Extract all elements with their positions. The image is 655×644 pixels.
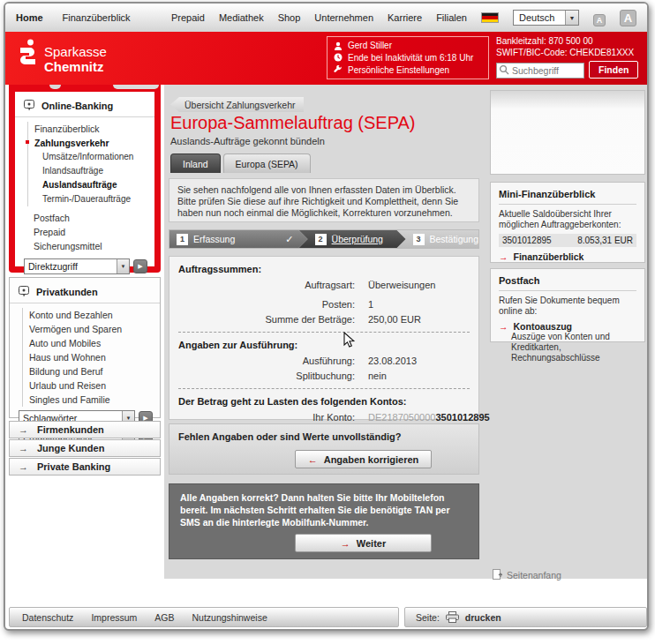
execution-heading: Angaben zur Ausführung:: [178, 340, 470, 350]
page-top-link[interactable]: Seitenanfang: [493, 569, 561, 580]
sidebar-item-prepaid[interactable]: Prepaid: [27, 225, 154, 239]
step-label: Bestätigung: [430, 234, 478, 244]
finanzueberblick-link[interactable]: → Finanzüberblick: [499, 251, 636, 262]
section-private-banking[interactable]: → Private Banking: [9, 458, 161, 476]
step-erfassung: 1 Erfassung ✓: [169, 230, 308, 248]
finanzueberblick-link-label: Finanzüberblick: [514, 251, 584, 262]
language-selected-value: Deutsch: [514, 12, 565, 23]
section-divider: [178, 332, 470, 333]
frame-notch: [113, 85, 159, 89]
sidebar-item-auslandsauftraege[interactable]: Auslandsaufträge: [28, 178, 154, 192]
active-item-bullet: [26, 140, 29, 144]
session-settings-link[interactable]: Persönliche Einstellungen: [348, 65, 449, 75]
font-size-large-button[interactable]: A: [620, 10, 636, 26]
footer-agb[interactable]: AGB: [154, 612, 174, 623]
topnav-prepaid[interactable]: Prepaid: [171, 12, 205, 23]
step-number: 2: [315, 234, 327, 245]
section-firmenkunden[interactable]: → Firmenkunden: [9, 421, 161, 438]
topnav-karriere[interactable]: Karriere: [388, 12, 422, 23]
kontoauszug-link[interactable]: → Kontoauszug: [499, 321, 636, 332]
sidebar-item-umsaetze[interactable]: Umsätze/Informationen: [28, 150, 154, 164]
topnav-shop[interactable]: Shop: [278, 12, 301, 23]
field-value: 23.08.2013: [368, 356, 417, 367]
font-size-small-button[interactable]: A: [593, 14, 606, 26]
browser-page: Home Finanzüberblick Prepaid Mediathek S…: [4, 2, 649, 631]
breadcrumb-back-button[interactable]: Übersicht Zahlungsverkehr: [170, 97, 304, 112]
sidebar-item-singles-und-familie[interactable]: Singles und Familie: [23, 393, 160, 407]
tab-inland[interactable]: Inland: [170, 154, 221, 173]
chevron-down-icon: ▼: [565, 11, 578, 25]
sidebar-item-postfach[interactable]: Postfach: [27, 211, 154, 225]
online-banking-title: Online-Banking: [41, 101, 113, 111]
sidebar-item-urlaub-und-reisen[interactable]: Urlaub und Reisen: [23, 378, 160, 393]
step-label: Erfassung: [193, 234, 235, 244]
sparkasse-logo-icon: [18, 39, 37, 65]
topnav-filialen[interactable]: Filialen: [436, 12, 467, 23]
search-input[interactable]: [496, 63, 584, 79]
tab-europa-sepa[interactable]: Europa (SEPA): [223, 154, 311, 173]
footer-nutzungshinweise[interactable]: Nutzungshinweise: [192, 612, 267, 623]
account-balance-row: 3501012895 8.053,31 EUR: [499, 234, 636, 247]
kontoauszug-link-label: Kontoauszug: [514, 321, 573, 332]
direktzugriff-go-button[interactable]: ▶: [133, 259, 147, 273]
online-banking-panel: Online-Banking Finanzüberblick Zahlungsv…: [15, 92, 154, 266]
step-bestaetigung: 3 Bestätigung: [397, 230, 478, 248]
print-page-link[interactable]: drucken: [465, 612, 501, 623]
user-icon: [334, 41, 343, 50]
progress-steps: 1 Erfassung ✓ 2 Überprüfung 3 Bestätigun…: [169, 229, 479, 249]
account-iban: DE21870500003501012895: [368, 412, 490, 423]
arrow-right-icon: →: [19, 424, 28, 435]
session-timeout: Ende bei Inaktivität um 6:18 Uhr: [348, 53, 473, 63]
topnav-home[interactable]: Home: [16, 12, 43, 23]
footer-impressum[interactable]: Impressum: [91, 612, 137, 623]
check-icon: ✓: [285, 234, 293, 245]
sidebar-item-auto-und-mobiles[interactable]: Auto und Mobiles: [23, 336, 160, 350]
clock-icon: [334, 53, 343, 62]
session-box: Gerd Stiller Ende bei Inaktivität um 6:1…: [327, 36, 489, 79]
field-label: Splitbuchung:: [178, 371, 355, 382]
page-subtitle: Auslands-Aufträge gekonnt bündeln: [170, 136, 325, 146]
step-number: 1: [177, 234, 188, 245]
correct-entries-button[interactable]: ← Angaben korrigieren: [295, 450, 432, 468]
sidebar-item-termin-dauerauftraege[interactable]: Termin-/Daueraufträge: [28, 192, 154, 206]
mini-finanzueberblick-title: Mini-Finanzüberblick: [499, 189, 636, 205]
bank-bic: SWIFT/BIC-Code: CHEKDE81XXX: [496, 47, 634, 58]
topnav-mediathek[interactable]: Mediathek: [219, 12, 264, 23]
sidebar-item-sicherungsmittel[interactable]: Sicherungsmittel: [27, 239, 154, 253]
sidebar-item-vermoegen-und-sparen[interactable]: Vermögen und Sparen: [23, 322, 160, 336]
topnav-unternehmen[interactable]: Unternehmen: [314, 12, 373, 23]
field-value: 250,00 EUR: [368, 314, 421, 326]
sidebar-item-haus-und-wohnen[interactable]: Haus und Wohnen: [23, 350, 160, 364]
continue-button[interactable]: → Weiter: [295, 534, 432, 552]
sidebar-item-finanzueberblick[interactable]: Finanzüberblick: [28, 122, 154, 136]
field-label: Posten:: [178, 299, 355, 311]
utility-bar: Home Finanzüberblick Prepaid Mediathek S…: [5, 4, 647, 32]
sidebar-item-zahlungsverkehr[interactable]: Zahlungsverkehr: [28, 136, 154, 150]
search-submit-button[interactable]: Finden: [589, 61, 638, 79]
field-label: Ihr Konto:: [178, 412, 355, 423]
direktzugriff-select[interactable]: Direktzugriff ▼: [24, 258, 130, 274]
speech-bubble-icon: [19, 286, 29, 297]
topnav-finanzueberblick[interactable]: Finanzüberblick: [63, 12, 131, 23]
language-select[interactable]: Deutsch ▼: [513, 10, 579, 26]
direktzugriff-value: Direktzugriff: [25, 261, 117, 272]
german-flag-icon: [481, 12, 499, 23]
arrow-right-icon: →: [341, 538, 350, 549]
arrow-right-icon: →: [499, 251, 508, 262]
online-banking-highlight-frame: Online-Banking Finanzüberblick Zahlungsv…: [9, 85, 161, 273]
sidebar-item-konto-und-bezahlen[interactable]: Konto und Bezahlen: [23, 308, 160, 322]
correction-box: Fehlen Angaben oder sind Werte unvollstä…: [169, 423, 479, 475]
step-label[interactable]: Überprüfung: [332, 234, 383, 244]
sidebar-item-bildung-und-beruf[interactable]: Bildung und Beruf: [23, 364, 160, 378]
brand-name-line2: Chemnitz: [44, 59, 107, 74]
section-label: Junge Kunden: [37, 443, 104, 453]
printer-icon: [446, 611, 459, 623]
footer-datenschutz[interactable]: Datenschutz: [22, 612, 73, 623]
section-junge-kunden[interactable]: → Junge Kunden: [9, 439, 161, 457]
right-empty-panel: [490, 90, 645, 175]
page-title: Europa-Sammelauftrag (SEPA): [170, 113, 416, 133]
session-user: Gerd Stiller: [348, 41, 392, 50]
sidebar-item-inlandsauftraege[interactable]: Inlandsaufträge: [28, 164, 154, 178]
privatkunden-panel: Privatkunden Konto und Bezahlen Vermögen…: [9, 277, 161, 418]
mini-finanzueberblick-text: Aktuelle Saldoübersicht Ihrer möglichen …: [499, 209, 636, 230]
